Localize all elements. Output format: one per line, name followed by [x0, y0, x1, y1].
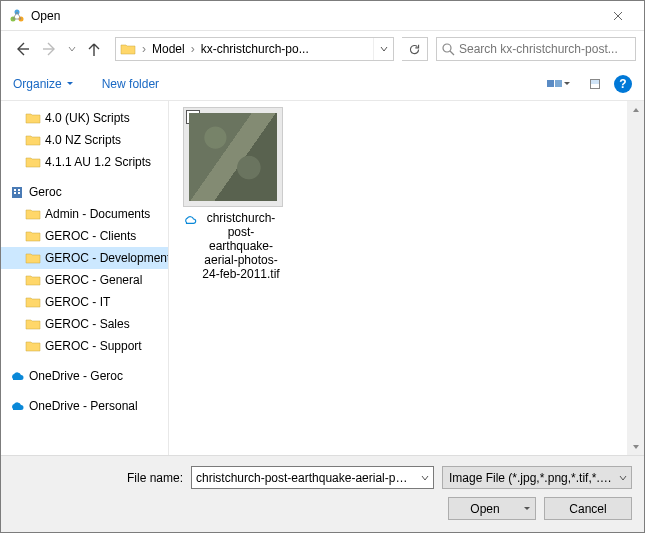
- file-label: christchurch-post-earthquake-aerial-phot…: [199, 211, 283, 281]
- titlebar: Open: [1, 1, 644, 31]
- file-thumbnail: [189, 113, 277, 201]
- view-mode-button[interactable]: [542, 72, 576, 96]
- breadcrumb-item[interactable]: kx-christchurch-po...: [197, 38, 313, 60]
- recent-dropdown[interactable]: [65, 45, 79, 53]
- search-placeholder: Search kx-christchurch-post...: [459, 42, 631, 56]
- tree-node[interactable]: GEROC - Support: [1, 335, 168, 357]
- filename-input[interactable]: christchurch-post-earthquake-aerial-phot…: [191, 466, 434, 489]
- address-dropdown[interactable]: [373, 38, 393, 60]
- filename-label: File name:: [13, 471, 183, 485]
- tree-node[interactable]: 4.1.1 AU 1.2 Scripts: [1, 151, 168, 173]
- back-button[interactable]: [9, 36, 35, 62]
- tree-node[interactable]: OneDrive - Geroc: [1, 365, 168, 387]
- tree-node[interactable]: GEROC - IT: [1, 291, 168, 313]
- svg-rect-7: [14, 192, 16, 194]
- new-folder-button[interactable]: New folder: [102, 77, 159, 91]
- address-bar[interactable]: › Model › kx-christchurch-po...: [115, 37, 394, 61]
- up-button[interactable]: [81, 36, 107, 62]
- app-icon: [9, 8, 25, 24]
- nav-toolbar: › Model › kx-christchurch-po... Search k…: [1, 31, 644, 67]
- cancel-button[interactable]: Cancel: [544, 497, 632, 520]
- svg-rect-6: [18, 189, 20, 191]
- onedrive-icon: [9, 398, 25, 414]
- organize-menu[interactable]: Organize: [13, 77, 74, 91]
- file-list[interactable]: ✓ christchurch-post-earthquake-aerial-ph…: [169, 101, 644, 455]
- tree-node[interactable]: GEROC - Sales: [1, 313, 168, 335]
- dropdown-icon[interactable]: [615, 467, 631, 488]
- svg-rect-5: [14, 189, 16, 191]
- folder-icon: [120, 41, 136, 57]
- folder-tree[interactable]: 4.0 (UK) Scripts 4.0 NZ Scripts 4.1.1 AU…: [1, 101, 169, 455]
- window-title: Open: [31, 9, 600, 23]
- chevron-right-icon: ›: [189, 42, 197, 56]
- cloud-icon: [183, 212, 197, 226]
- split-dropdown-icon[interactable]: [523, 505, 531, 513]
- close-button[interactable]: [600, 2, 636, 30]
- tree-node-selected[interactable]: GEROC - Development: [1, 247, 168, 269]
- svg-point-3: [443, 44, 451, 52]
- tree-node[interactable]: OneDrive - Personal: [1, 395, 168, 417]
- tree-node[interactable]: GEROC - Clients: [1, 225, 168, 247]
- tree-node[interactable]: GEROC - General: [1, 269, 168, 291]
- chevron-right-icon: ›: [140, 42, 148, 56]
- building-icon: [9, 184, 25, 200]
- preview-pane-button[interactable]: [584, 73, 606, 95]
- scroll-up-button[interactable]: [627, 101, 644, 118]
- command-bar: Organize New folder ?: [1, 67, 644, 101]
- forward-button[interactable]: [37, 36, 63, 62]
- search-icon: [441, 42, 455, 56]
- breadcrumb-item[interactable]: Model: [148, 38, 189, 60]
- help-button[interactable]: ?: [614, 75, 632, 93]
- svg-rect-8: [18, 192, 20, 194]
- refresh-button[interactable]: [402, 37, 428, 61]
- tree-node[interactable]: 4.0 NZ Scripts: [1, 129, 168, 151]
- file-item[interactable]: ✓ christchurch-post-earthquake-aerial-ph…: [183, 107, 283, 281]
- tree-node[interactable]: Geroc: [1, 181, 168, 203]
- open-button[interactable]: Open: [448, 497, 536, 520]
- svg-rect-4: [12, 187, 22, 198]
- filetype-select[interactable]: Image File (*.jpg,*.png,*.tif,*.tiff): [442, 466, 632, 489]
- tree-node[interactable]: 4.0 (UK) Scripts: [1, 107, 168, 129]
- open-dialog: Open › Model › kx-christchurch-po...: [0, 0, 645, 533]
- tree-node[interactable]: Admin - Documents: [1, 203, 168, 225]
- scroll-down-button[interactable]: [627, 438, 644, 455]
- dropdown-icon[interactable]: [417, 467, 433, 488]
- search-input[interactable]: Search kx-christchurch-post...: [436, 37, 636, 61]
- onedrive-icon: [9, 368, 25, 384]
- scrollbar[interactable]: [627, 101, 644, 455]
- footer: File name: christchurch-post-earthquake-…: [1, 455, 644, 532]
